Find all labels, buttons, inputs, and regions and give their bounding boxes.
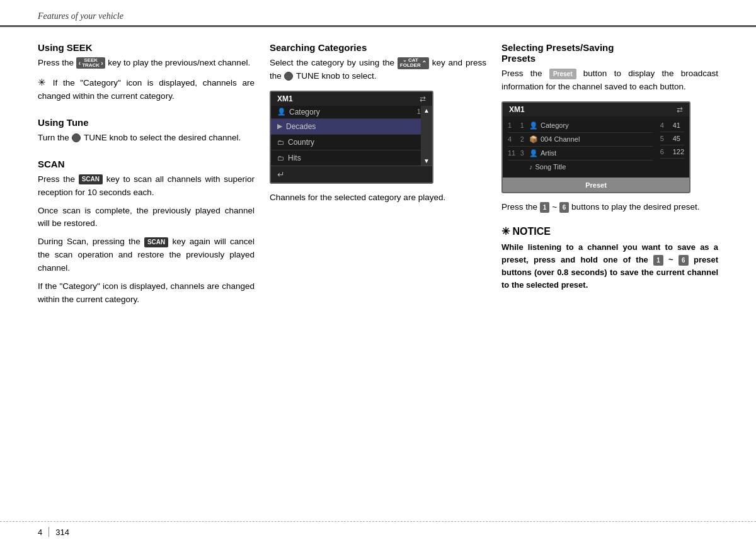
scan-button-1[interactable]: SCAN <box>79 174 103 184</box>
seek-title: Using SEEK <box>38 42 255 53</box>
presets-title: Selecting Presets/Saving Presets <box>501 42 718 64</box>
notice-body: While listening to a channel you want to… <box>501 241 718 292</box>
xm-label: XM1 <box>277 94 293 103</box>
folder-icon-1: 🗀 <box>277 138 284 146</box>
cat-folder-button[interactable]: ⌄ CAT FOLDER ⌃ <box>398 57 429 70</box>
notice-heading: NOTICE <box>512 226 550 237</box>
col-presets: Selecting Presets/Saving Presets Press t… <box>501 42 718 312</box>
xm-category-screen: XM1 ⇄ 👤 Category 1/5 ▶ Decades <box>270 91 433 184</box>
seek-para1: Press the ‹ SEEKTRACK › key to play the … <box>38 57 255 70</box>
bullet-asterisk: ✳ <box>38 77 46 88</box>
presets-para1: Press the Preset button to display the b… <box>501 67 718 94</box>
scroll-up-arrow: ▲ <box>423 107 430 114</box>
xm-item-decades: ▶ Decades <box>271 118 432 134</box>
xm-icon: ⇄ <box>420 94 426 103</box>
song-title-label: Song Title <box>536 163 566 171</box>
footer-page-section: 4 <box>38 528 42 537</box>
val1: 41 <box>673 121 680 129</box>
val2: 45 <box>673 135 680 142</box>
decades-label: Decades <box>286 122 316 131</box>
row1-label: Category <box>541 121 569 129</box>
scan-para1: Press the SCAN key to scan all channels … <box>38 173 255 200</box>
preset-num-1-button[interactable]: 1 <box>540 202 550 213</box>
row3-icon: 👤 <box>529 149 538 157</box>
xm-category-header: 👤 Category 1/5 <box>271 106 432 118</box>
notice-title: ✳ NOTICE <box>501 225 718 237</box>
notice-star: ✳ <box>501 226 510 237</box>
scan-button-2[interactable]: SCAN <box>144 237 168 247</box>
notice-section: ✳ NOTICE While listening to a channel yo… <box>501 225 718 292</box>
tune-knob-icon <box>72 133 81 142</box>
col-categories: Searching Categories Select the category… <box>270 42 501 312</box>
page-footer: 4 314 <box>0 521 756 542</box>
header-title: Features of your vehicle <box>38 11 123 21</box>
val3: 122 <box>673 148 684 155</box>
main-content: Using SEEK Press the ‹ SEEKTRACK › key t… <box>0 27 756 324</box>
tune-knob-icon-2 <box>284 72 293 81</box>
row2-icon: 📦 <box>529 135 538 144</box>
page-header: Features of your vehicle <box>0 0 756 27</box>
song-icon: ♪ <box>529 163 533 171</box>
row2-label: 004 Channel <box>541 135 580 143</box>
xm-preset-screen: XM1 ⇄ 1 1 👤 Category 4 2 <box>501 101 690 193</box>
preset-row-label: Preset <box>585 181 607 189</box>
scan-para2: Once scan is complete, the previously pl… <box>38 205 255 231</box>
categories-title: Searching Categories <box>270 42 486 53</box>
preset-button[interactable]: Preset <box>549 69 576 80</box>
category-person-icon: 👤 <box>277 108 286 116</box>
category-label: Category <box>289 108 320 116</box>
seek-para2: ✳ If the "Category" icon is displayed, c… <box>38 75 255 103</box>
footer-divider <box>49 527 49 537</box>
hits-label: Hits <box>288 154 301 162</box>
country-label: Country <box>288 138 314 147</box>
categories-para1: Select the category by using the ⌄ CAT F… <box>270 57 486 83</box>
scan-para3: During Scan, pressing the SCAN key again… <box>38 235 255 275</box>
row1-icon: 👤 <box>529 121 538 130</box>
categories-para2: Channels for the selected category are p… <box>270 191 486 205</box>
back-icon: ↵ <box>277 169 285 179</box>
xm-topbar: XM1 ⇄ <box>271 92 432 106</box>
row3-label: Artist <box>541 149 556 157</box>
preset-button-row: Preset <box>503 178 689 192</box>
footer-page-number: 314 <box>55 528 69 537</box>
scroll-down-arrow: ▼ <box>423 157 430 164</box>
col-seek: Using SEEK Press the ‹ SEEKTRACK › key t… <box>38 42 270 312</box>
preset-topbar: XM1 ⇄ <box>503 103 689 116</box>
tune-title: Using Tune <box>38 117 255 128</box>
scan-title: SCAN <box>38 159 255 169</box>
play-icon: ▶ <box>277 122 282 130</box>
xm-back-row: ↵ <box>271 166 432 183</box>
notice-btn-6[interactable]: 6 <box>679 255 689 266</box>
xm-item-country: 🗀 Country <box>271 134 432 150</box>
seek-track-button[interactable]: ‹ SEEKTRACK › <box>76 57 106 69</box>
preset-num-6-button[interactable]: 6 <box>559 202 570 213</box>
xm-scrollbar: ▲ ▼ <box>421 106 432 166</box>
folder-icon-2: 🗀 <box>277 154 284 162</box>
presets-para2: Press the 1 ~ 6 buttons to play the desi… <box>501 201 718 214</box>
preset-xm-label: XM1 <box>509 105 525 114</box>
tune-para: Turn the TUNE knob to select the desired… <box>38 132 255 145</box>
notice-btn-1[interactable]: 1 <box>653 255 663 266</box>
xm-item-hits: 🗀 Hits <box>271 150 432 166</box>
scan-para4: If the "Category" icon is displayed, cha… <box>38 280 255 307</box>
preset-topbar-icon: ⇄ <box>677 105 683 114</box>
